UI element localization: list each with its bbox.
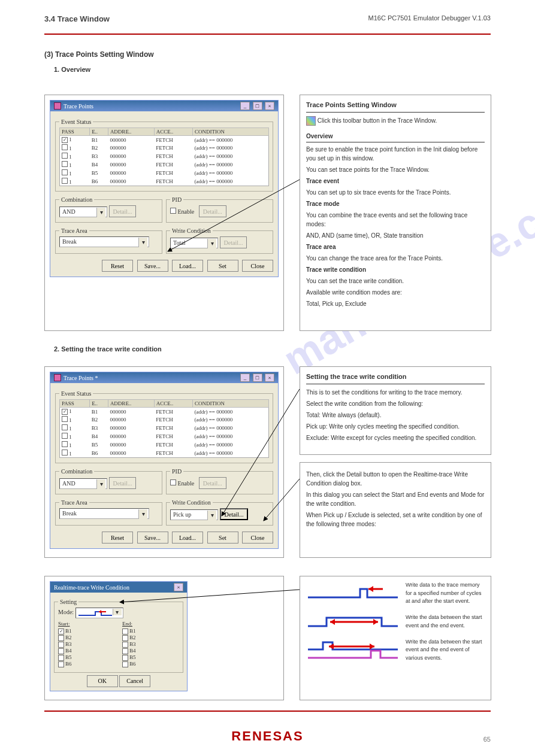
row-check[interactable]	[62, 416, 68, 422]
col-cond[interactable]: CONDITION	[193, 400, 269, 408]
row-check[interactable]: ✓	[62, 409, 68, 415]
writecond-detail-button: Detail...	[220, 236, 247, 248]
table-row: 1B6000000FETCH(addr) == 000000	[60, 449, 269, 458]
pid-detail-button: Detail...	[199, 477, 226, 489]
desc-text: Trace mode	[306, 201, 340, 207]
titlebar[interactable]: Trace Points * _ □ ×	[50, 372, 278, 383]
app-icon	[54, 374, 61, 381]
tracearea-legend: Trace Area	[59, 499, 89, 506]
combination-select[interactable]: AND	[59, 207, 107, 217]
ok-button[interactable]: OK	[87, 675, 118, 687]
mode-desc: Write data to the trace memory for a spe…	[406, 581, 486, 606]
writecond-select[interactable]: Pick up	[170, 509, 218, 520]
combination-legend: Combination	[59, 196, 94, 203]
subsection-2: 2. Setting the trace write condition	[54, 345, 162, 353]
load-button[interactable]: Load...	[172, 532, 203, 544]
row-check[interactable]	[62, 169, 68, 175]
col-addr[interactable]: ADDRE..	[108, 400, 154, 408]
col-acc[interactable]: ACCE..	[154, 400, 192, 408]
desc-text: Then, click the Detail button to open th…	[306, 470, 485, 488]
maximize-button[interactable]: □	[253, 374, 262, 382]
col-acc[interactable]: ACCE..	[154, 128, 192, 136]
table-row: 1B2000000FETCH(addr) == 000000	[60, 144, 269, 152]
maximize-button[interactable]: □	[253, 102, 262, 110]
table-row: 1B4000000FETCH(addr) == 000000	[60, 160, 269, 169]
start-item: B2	[58, 634, 115, 641]
reset-button[interactable]: Reset	[102, 260, 133, 272]
set-button[interactable]: Set	[207, 260, 238, 272]
save-button[interactable]: Save...	[137, 532, 168, 544]
table-row: ✓ 1B1000000FETCH(addr) == 000000	[60, 408, 269, 416]
col-e[interactable]: E..	[90, 400, 108, 408]
row-check[interactable]	[62, 450, 68, 456]
page-number: 65	[483, 736, 491, 743]
desc-text: Available write condition modes are:	[306, 288, 485, 297]
row-check[interactable]	[62, 153, 68, 159]
desc-text: Select the write condition from the foll…	[306, 399, 485, 408]
trace-points-window-2: Trace Points * _ □ × Event Status PASS E…	[50, 372, 279, 549]
col-pass[interactable]: PASS	[60, 128, 90, 136]
timing-glyph-2	[305, 613, 401, 631]
minimize-button[interactable]: _	[240, 102, 250, 110]
mode-select[interactable]	[75, 608, 123, 618]
row-check[interactable]	[62, 433, 68, 439]
combination-detail-button: Detail...	[109, 477, 137, 489]
combination-legend: Combination	[59, 468, 94, 475]
setting-legend: Setting	[58, 599, 78, 605]
writecond-select[interactable]: Total	[170, 238, 218, 248]
row-check[interactable]	[62, 441, 68, 447]
desc-panel-3: Write data to the trace memory for a spe…	[300, 576, 491, 700]
col-cond[interactable]: CONDITION	[193, 128, 269, 136]
row-check[interactable]	[62, 161, 68, 167]
subsection-1: 1. Overview	[54, 66, 90, 73]
top-rule	[44, 34, 491, 35]
load-button[interactable]: Load...	[172, 260, 203, 272]
svg-marker-4	[373, 619, 378, 625]
combination-detail-button: Detail...	[109, 205, 137, 217]
row-check[interactable]	[62, 144, 68, 150]
titlebar[interactable]: Trace Points _ □ ×	[50, 101, 278, 111]
trace-toolbar-icon	[306, 116, 316, 126]
row-check[interactable]: ✓	[62, 137, 68, 143]
col-addr[interactable]: ADDRE..	[108, 128, 154, 136]
minimize-button[interactable]: _	[240, 374, 250, 382]
mode-glyph-icon	[77, 609, 113, 617]
save-button[interactable]: Save...	[137, 260, 168, 272]
table-row: 1B3000000FETCH(addr) == 000000	[60, 152, 269, 160]
mode-label: Mode:	[58, 609, 74, 615]
pid-enable-label: Enable	[178, 480, 195, 487]
svg-marker-6	[329, 643, 334, 649]
close-button[interactable]: ×	[265, 374, 274, 382]
tracearea-select[interactable]: Break	[59, 236, 149, 247]
combination-select[interactable]: AND	[59, 478, 107, 489]
pid-enable-check[interactable]	[170, 479, 176, 485]
end-item: B6	[122, 661, 179, 667]
app-icon	[54, 102, 61, 110]
event-table[interactable]: PASS E.. ADDRE.. ACCE.. CONDITION ✓ 1B10…	[59, 399, 269, 458]
set-button[interactable]: Set	[207, 532, 238, 544]
svg-marker-3	[330, 619, 335, 625]
end-item: B3	[122, 641, 179, 648]
tracearea-legend: Trace Area	[59, 227, 89, 234]
col-e[interactable]: E..	[90, 128, 108, 136]
close-button[interactable]: ×	[174, 583, 183, 591]
event-status-legend: Event Status	[59, 390, 93, 397]
writecond-detail-button[interactable]: Detail...	[220, 508, 249, 520]
titlebar[interactable]: Realtime-trace Write Condition ×	[50, 582, 187, 593]
close-button[interactable]: Close	[242, 532, 273, 544]
close-button[interactable]: ×	[265, 102, 274, 110]
close-button[interactable]: Close	[242, 260, 273, 272]
pid-enable-check[interactable]	[170, 208, 176, 214]
title-text: Trace Points *	[64, 375, 239, 381]
cancel-button[interactable]: Cancel	[119, 675, 150, 687]
pid-enable-label: Enable	[178, 208, 195, 215]
tracearea-select[interactable]: Break	[59, 508, 149, 519]
col-pass[interactable]: PASS	[60, 400, 90, 408]
row-check[interactable]	[62, 424, 68, 430]
desc2a-title: Setting the trace write condition	[306, 372, 485, 384]
desc-text: Total: Write always (default).	[306, 411, 485, 420]
reset-button[interactable]: Reset	[102, 532, 133, 544]
row-check[interactable]	[62, 178, 68, 184]
event-table[interactable]: PASS E.. ADDRE.. ACCE.. CONDITION ✓ 1B10…	[59, 127, 269, 186]
desc-text: Trace write condition	[306, 266, 366, 273]
